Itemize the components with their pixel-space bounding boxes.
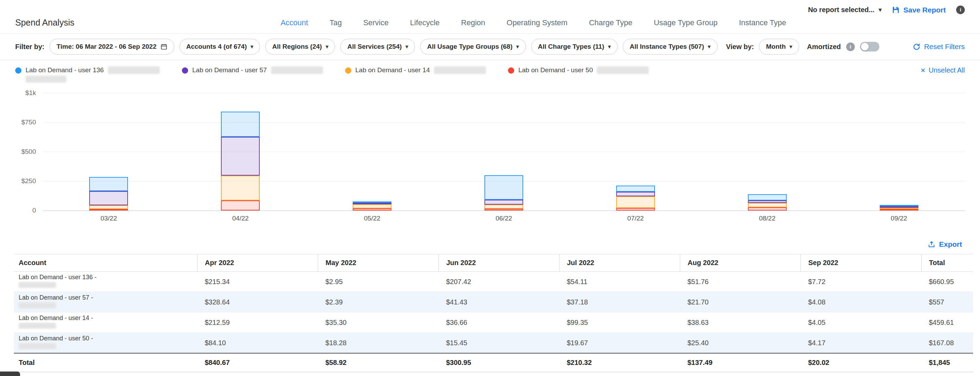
table-row[interactable]: Lab on Demand - user 136 -$215.34$2.95$2… [14, 271, 973, 292]
table-row[interactable]: Lab on Demand - user 57 -$328.64$2.39$41… [14, 292, 973, 313]
column-header[interactable]: Sep 2022 [800, 254, 921, 271]
calendar-icon [161, 43, 167, 50]
tab-lifecycle[interactable]: Lifecycle [410, 18, 440, 27]
bar-04/22[interactable] [221, 112, 260, 211]
export-icon [928, 241, 935, 248]
bar-segment[interactable] [748, 207, 787, 211]
bar-09/22[interactable] [880, 205, 918, 211]
tab-account[interactable]: Account [280, 18, 308, 27]
value-cell: $459.61 [921, 313, 973, 333]
column-header[interactable]: May 2022 [318, 254, 439, 271]
value-cell: $4.08 [800, 292, 921, 313]
x-icon: ✕ [920, 67, 925, 74]
time-filter-pill[interactable]: Time: 06 Mar 2022 - 06 Sep 2022 [49, 39, 174, 55]
value-cell: $660.95 [921, 271, 973, 292]
view-by-month-pill[interactable]: Month ▾ [759, 39, 799, 55]
value-cell: $207.42 [439, 271, 559, 292]
column-header[interactable]: Total [921, 254, 973, 271]
value-cell: $25.40 [680, 333, 800, 354]
redacted-text [25, 76, 67, 82]
chart-yaxis: $1k$750$500$2500 [15, 93, 43, 211]
charge-types-filter-pill[interactable]: All Charge Types (11)▾ [531, 39, 617, 55]
bar-segment[interactable] [221, 137, 260, 176]
y-axis-label: $500 [21, 148, 36, 155]
instance-types-filter-pill[interactable]: All Instance Types (507)▾ [623, 39, 718, 55]
bar-07/22[interactable] [616, 186, 655, 211]
bar-06/22[interactable] [484, 175, 523, 211]
column-header[interactable]: Apr 2022 [197, 254, 318, 271]
bar-slot [175, 93, 306, 211]
redacted-text [108, 67, 160, 74]
bar-05/22[interactable] [353, 201, 391, 211]
topbar: No report selected... ▾ Save Report i [0, 0, 980, 16]
chevron-down-icon: ▾ [251, 44, 253, 50]
bar-segment[interactable] [484, 205, 523, 209]
value-cell: $35.30 [318, 313, 439, 333]
bar-segment[interactable] [89, 209, 128, 211]
legend-item[interactable]: Lab on Demand - user 57 [182, 67, 323, 74]
save-report-button[interactable]: Save Report [892, 6, 946, 14]
bar-segment[interactable] [748, 194, 787, 200]
bar-segment[interactable] [221, 200, 260, 211]
tab-region[interactable]: Region [461, 18, 485, 27]
bar-segment[interactable] [880, 209, 918, 211]
tab-operating-system[interactable]: Operating System [507, 18, 568, 27]
info-icon[interactable]: i [956, 6, 965, 14]
export-button[interactable]: Export [928, 240, 962, 249]
bar-segment[interactable] [221, 176, 260, 200]
report-selector[interactable]: No report selected... ▾ [808, 6, 882, 14]
tab-instance-type[interactable]: Instance Type [739, 18, 786, 27]
bar-segment[interactable] [221, 112, 260, 137]
filter-bar: Filter by: Time: 06 Mar 2022 - 06 Sep 20… [0, 33, 980, 60]
column-header[interactable]: Account [14, 254, 197, 271]
value-cell: $36.66 [439, 313, 559, 333]
usage-type-groups-filter-pill[interactable]: All Usage Type Groups (68)▾ [420, 39, 526, 55]
column-header[interactable]: Jun 2022 [439, 254, 559, 271]
legend-item[interactable]: Lab on Demand - user 50 [508, 67, 649, 74]
bar-segment[interactable] [353, 208, 391, 211]
column-header[interactable]: Aug 2022 [680, 254, 800, 271]
save-icon [892, 6, 900, 14]
legend-item[interactable]: Lab on Demand - user 136 [15, 67, 160, 84]
bar-segment[interactable] [89, 177, 128, 191]
x-axis-label: 03/22 [43, 214, 175, 222]
amortized-toggle[interactable] [860, 42, 879, 51]
info-icon[interactable]: i [846, 43, 855, 51]
filter-pill-label: Time: 06 Mar 2022 - 06 Sep 2022 [56, 43, 156, 51]
bar-segment[interactable] [616, 192, 655, 196]
column-header[interactable]: Jul 2022 [559, 254, 680, 271]
bar-segment[interactable] [484, 175, 523, 200]
legend-item[interactable]: Lab on Demand - user 14 [345, 67, 486, 74]
bar-segment[interactable] [353, 204, 391, 208]
bar-08/22[interactable] [748, 194, 787, 211]
filter-pill-label: All Instance Types (507) [630, 43, 704, 51]
value-cell: $557 [921, 292, 973, 313]
tab-tag[interactable]: Tag [329, 18, 342, 27]
bar-segment[interactable] [89, 205, 128, 209]
regions-filter-pill[interactable]: All Regions (24)▾ [265, 39, 335, 55]
bar-segment[interactable] [89, 191, 128, 205]
spend-table: AccountApr 2022May 2022Jun 2022Jul 2022A… [14, 254, 973, 372]
bar-segment[interactable] [616, 208, 655, 211]
table-row[interactable]: Lab on Demand - user 50 -$84.10$18.28$15… [14, 333, 973, 354]
reset-filters-button[interactable]: Reset Filters [913, 43, 965, 51]
table-header-row: AccountApr 2022May 2022Jun 2022Jul 2022A… [14, 254, 973, 271]
bar-segment[interactable] [484, 209, 523, 211]
export-row: Export [0, 222, 980, 252]
tab-service[interactable]: Service [363, 18, 388, 27]
table-row[interactable]: Lab on Demand - user 14 -$212.59$35.30$3… [14, 313, 973, 333]
services-filter-pill[interactable]: All Services (254)▾ [340, 39, 415, 55]
bar-03/22[interactable] [89, 177, 128, 211]
page-title: Spend Analysis [15, 17, 74, 28]
bar-segment[interactable] [616, 196, 655, 208]
bar-segment[interactable] [484, 200, 523, 205]
bar-segment[interactable] [748, 200, 787, 203]
accounts-filter-pill[interactable]: Accounts 4 (of 674)▾ [180, 39, 260, 55]
bar-segment[interactable] [616, 186, 655, 192]
tab-usage-type-group[interactable]: Usage Type Group [654, 18, 718, 27]
account-cell: Lab on Demand - user 136 - [14, 271, 197, 292]
tab-charge-type[interactable]: Charge Type [589, 18, 632, 27]
value-cell: $38.63 [680, 313, 800, 333]
bar-segment[interactable] [748, 203, 787, 207]
unselect-all-button[interactable]: ✕ Unselect All [920, 67, 965, 74]
